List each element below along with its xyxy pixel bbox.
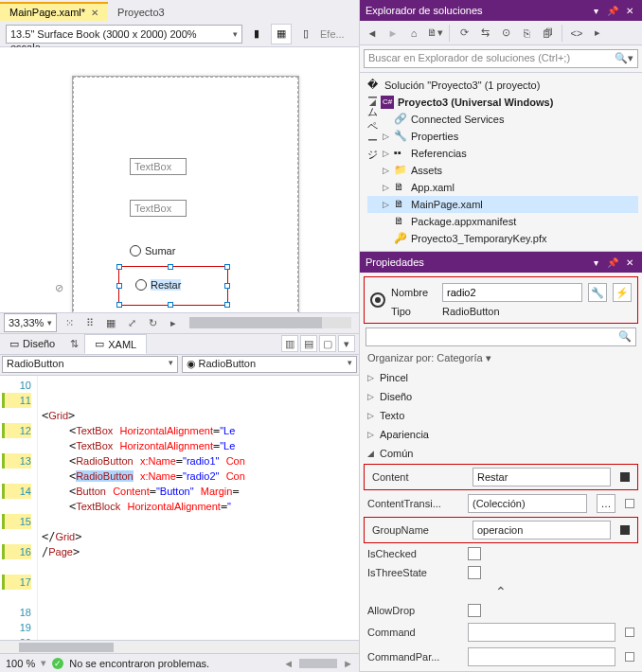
- overflow-icon[interactable]: ▸: [165, 314, 182, 331]
- snap2-icon[interactable]: ▯: [295, 24, 316, 44]
- forward-icon[interactable]: ►: [384, 25, 401, 42]
- panel-menu-icon[interactable]: ▾: [589, 256, 602, 269]
- expand-icon[interactable]: ▷: [381, 149, 390, 158]
- close-icon[interactable]: ✕: [91, 8, 98, 18]
- tab-design[interactable]: ▭ Diseño: [0, 335, 64, 353]
- view-icon[interactable]: ▸: [589, 25, 606, 42]
- expand-icon[interactable]: ▷: [381, 132, 390, 141]
- scroll-left-icon[interactable]: ◄: [283, 658, 294, 669]
- expand-icon[interactable]: ▷: [381, 200, 390, 209]
- tab-xaml[interactable]: ▭ XAML: [84, 334, 147, 354]
- textbox-control-1[interactable]: TextBox: [130, 158, 187, 175]
- split-h-icon[interactable]: ▥: [281, 335, 298, 352]
- solution-tree[interactable]: �ームページ Solución "Proyecto3" (1 proyecto)…: [360, 73, 642, 251]
- tree-properties[interactable]: ▷🔧Properties: [367, 128, 638, 145]
- breadcrumb-member[interactable]: ◉ RadioButton: [182, 356, 358, 373]
- collapse-pane-icon[interactable]: ▾: [338, 335, 355, 352]
- sync-icon[interactable]: 🗎▾: [426, 25, 443, 42]
- value-marker-icon[interactable]: [625, 652, 634, 662]
- tree-connected-services[interactable]: 🔗Connected Services: [367, 111, 638, 128]
- device-combo[interactable]: 13.5" Surface Book (3000 x 2000) 200% es…: [6, 25, 242, 44]
- expand-icon[interactable]: ▷: [381, 183, 390, 192]
- organize-by[interactable]: Organizar por: Categoría ▾: [360, 348, 642, 368]
- editor-h-scrollbar[interactable]: [0, 640, 359, 653]
- preview-icon[interactable]: <>: [568, 25, 585, 42]
- content-input[interactable]: Restar: [473, 468, 611, 486]
- solution-search-input[interactable]: Buscar en Explorador de soluciones (Ctrl…: [364, 49, 638, 68]
- panel-menu-icon[interactable]: ▾: [589, 4, 602, 17]
- cat-texto[interactable]: ▷Texto: [360, 406, 642, 425]
- value-marker-icon[interactable]: [625, 628, 634, 637]
- status-scrollbar[interactable]: [299, 659, 337, 668]
- code-editor[interactable]: 10 11 12 13 14 15 16 17 18 19 20 <Grid> …: [0, 376, 359, 641]
- show-all-icon[interactable]: ⊙: [497, 25, 514, 42]
- tree-manifest[interactable]: 🗎Package.appxmanifest: [367, 213, 638, 230]
- tree-pfx[interactable]: 🔑Proyecto3_TemporaryKey.pfx: [367, 230, 638, 247]
- tree-appxaml[interactable]: ▷🗎App.xaml: [367, 179, 638, 196]
- snap-icon[interactable]: ▦: [271, 24, 292, 44]
- back-icon[interactable]: ◄: [364, 25, 381, 42]
- swap-panes-icon[interactable]: ⇅: [64, 338, 84, 350]
- split-v-icon[interactable]: ▤: [300, 335, 317, 352]
- tree-references[interactable]: ▷▪▪Referencias: [367, 145, 638, 162]
- wrench-button[interactable]: 🔧: [588, 283, 607, 302]
- tree-assets[interactable]: ▷📁Assets: [367, 162, 638, 179]
- design-canvas[interactable]: TextBox TextBox Sumar Restar Button Text…: [72, 76, 299, 313]
- properties-header[interactable]: Propiedades ▾ 📌 ✕: [360, 252, 642, 273]
- tree-mainpage[interactable]: ▷🗎MainPage.xaml: [367, 196, 638, 213]
- events-button[interactable]: ⚡: [613, 283, 632, 302]
- scroll-right-icon[interactable]: ►: [343, 658, 353, 669]
- cat-pincel[interactable]: ▷Pincel: [360, 368, 642, 387]
- refresh-icon[interactable]: ⟳: [455, 25, 473, 42]
- value-marker-icon[interactable]: [625, 499, 634, 508]
- value-marker-icon[interactable]: [620, 525, 630, 535]
- tree-solution-root[interactable]: �ームページ Solución "Proyecto3" (1 proyecto): [367, 77, 638, 94]
- commandpar-input[interactable]: [468, 647, 615, 666]
- close-icon[interactable]: ✕: [623, 4, 636, 17]
- textbox-control-2[interactable]: TextBox: [130, 200, 187, 217]
- h-scrollbar[interactable]: [189, 317, 351, 328]
- expand-icon[interactable]: ▷: [381, 166, 390, 175]
- connected-icon: 🔗: [394, 113, 407, 126]
- cat-apariencia[interactable]: ▷Apariencia: [360, 425, 642, 444]
- collapse-icon[interactable]: ⇆: [476, 25, 493, 42]
- properties-search-input[interactable]: 🔍: [366, 327, 636, 346]
- fit-icon[interactable]: ⤢: [123, 314, 140, 331]
- name-input[interactable]: [442, 283, 582, 302]
- code-text[interactable]: <Grid> <TextBox HorizontalAlignment="Le …: [38, 376, 359, 641]
- cat-diseno[interactable]: ▷Diseño: [360, 387, 642, 406]
- contenttransitions-value[interactable]: (Colección): [468, 494, 587, 513]
- cat-comun[interactable]: ◢Común: [360, 444, 642, 463]
- command-input[interactable]: [468, 623, 615, 642]
- radio-restar-selected[interactable]: Restar: [135, 279, 181, 291]
- grid-icon[interactable]: ⁙: [61, 314, 78, 331]
- tab-mainpage[interactable]: MainPage.xaml* ✕: [0, 2, 108, 21]
- refresh-icon[interactable]: ↻: [144, 314, 161, 331]
- snap-grid-icon[interactable]: ▦: [102, 314, 119, 331]
- properties-icon[interactable]: 🗐: [539, 25, 556, 42]
- ischecked-checkbox[interactable]: [468, 547, 481, 560]
- expand-pane-icon[interactable]: ▢: [319, 335, 336, 352]
- pin-icon[interactable]: 📌: [606, 4, 619, 17]
- tab-proyecto3[interactable]: Proyecto3: [108, 4, 174, 21]
- show-more-icon[interactable]: ⌃: [360, 582, 642, 601]
- groupname-input[interactable]: operacion: [473, 521, 611, 539]
- expand-icon[interactable]: ◢: [367, 97, 377, 107]
- allowdrop-checkbox[interactable]: [468, 604, 481, 617]
- copy-icon[interactable]: ⎘: [518, 25, 535, 42]
- home-icon[interactable]: ⌂: [405, 25, 422, 42]
- csharp-project-icon: C#: [381, 96, 394, 109]
- close-icon[interactable]: ✕: [623, 256, 636, 269]
- value-marker-icon[interactable]: [620, 472, 630, 482]
- isthreestate-checkbox[interactable]: [468, 566, 481, 579]
- tree-project[interactable]: ◢ C# Proyecto3 (Universal Windows): [367, 94, 638, 111]
- collection-editor-button[interactable]: …: [597, 494, 615, 513]
- solution-explorer-header[interactable]: Explorador de soluciones ▾ 📌 ✕: [360, 0, 642, 21]
- breadcrumb-scope[interactable]: RadioButton: [2, 356, 178, 373]
- designer-surface[interactable]: 294 109 ⊘ TextBox TextBox Sumar Restar: [0, 47, 359, 313]
- grid2-icon[interactable]: ⠿: [81, 314, 98, 331]
- orientation-portrait-icon[interactable]: ▮: [246, 24, 267, 44]
- pin-icon[interactable]: 📌: [606, 256, 619, 269]
- zoom-combo[interactable]: 33,33%: [4, 313, 57, 332]
- radio-sumar[interactable]: Sumar: [130, 245, 175, 256]
